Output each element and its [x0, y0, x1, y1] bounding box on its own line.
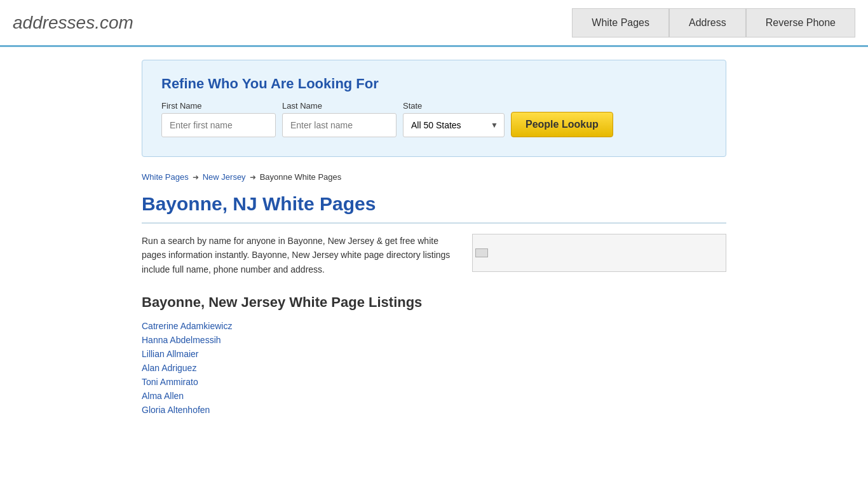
state-select[interactable]: All 50 StatesAlabamaAlaskaArizonaArkansa… [403, 113, 505, 137]
listing-link[interactable]: Hanna Abdelmessih [142, 335, 221, 345]
listing-link[interactable]: Lillian Allmaier [142, 349, 198, 359]
breadcrumb-white-pages[interactable]: White Pages [142, 172, 189, 182]
description-section: Run a search by name for anyone in Bayon… [142, 234, 726, 276]
listing-link[interactable]: Alan Adriguez [142, 363, 196, 373]
listing-link[interactable]: Gloria Altenhofen [142, 405, 210, 415]
listings-title: Bayonne, New Jersey White Page Listings [142, 294, 726, 311]
listing-link[interactable]: Catrerine Adamkiewicz [142, 321, 232, 331]
nav-tab-white-pages[interactable]: White Pages [572, 8, 669, 37]
first-name-input[interactable] [161, 113, 276, 137]
nav-tab-address[interactable]: Address [669, 8, 746, 37]
list-item: Alma Allen [142, 391, 726, 401]
main-nav: White Pages Address Reverse Phone [572, 8, 855, 37]
list-item: Catrerine Adamkiewicz [142, 321, 726, 331]
site-logo: addresses.com [13, 13, 133, 33]
people-lookup-button[interactable]: People Lookup [511, 112, 613, 137]
description-text: Run a search by name for anyone in Bayon… [142, 234, 459, 276]
list-item: Toni Ammirato [142, 377, 726, 387]
first-name-label: First Name [161, 101, 276, 111]
search-box: Refine Who You Are Looking For First Nam… [142, 60, 726, 157]
state-select-wrapper: All 50 StatesAlabamaAlaskaArizonaArkansa… [403, 113, 505, 137]
breadcrumb-arrow-1: ➜ [193, 173, 199, 182]
last-name-input[interactable] [282, 113, 397, 137]
list-item: Hanna Abdelmessih [142, 335, 726, 345]
list-item: Lillian Allmaier [142, 349, 726, 359]
page-title: Bayonne, NJ White Pages [142, 193, 726, 224]
listing-link[interactable]: Alma Allen [142, 391, 184, 401]
breadcrumb-arrow-2: ➜ [250, 173, 256, 182]
site-header: addresses.com White Pages Address Revers… [0, 0, 868, 47]
last-name-label: Last Name [282, 101, 397, 111]
search-title: Refine Who You Are Looking For [161, 76, 707, 92]
ad-banner [472, 234, 726, 272]
breadcrumb-new-jersey[interactable]: New Jersey [203, 172, 246, 182]
last-name-group: Last Name [282, 101, 397, 137]
state-group: State All 50 StatesAlabamaAlaskaArizonaA… [403, 101, 505, 137]
search-fields: First Name Last Name State All 50 States… [161, 101, 707, 137]
list-item: Gloria Altenhofen [142, 405, 726, 415]
listing-link[interactable]: Toni Ammirato [142, 377, 198, 387]
breadcrumb-current: Bayonne White Pages [260, 172, 342, 182]
state-label: State [403, 101, 505, 111]
list-item: Alan Adriguez [142, 363, 726, 373]
first-name-group: First Name [161, 101, 276, 137]
ad-image [475, 248, 488, 257]
main-content: Refine Who You Are Looking For First Nam… [129, 47, 739, 428]
listings-list: Catrerine AdamkiewiczHanna AbdelmessihLi… [142, 321, 726, 415]
breadcrumb: White Pages ➜ New Jersey ➜ Bayonne White… [142, 172, 726, 182]
nav-tab-reverse-phone[interactable]: Reverse Phone [746, 8, 855, 37]
